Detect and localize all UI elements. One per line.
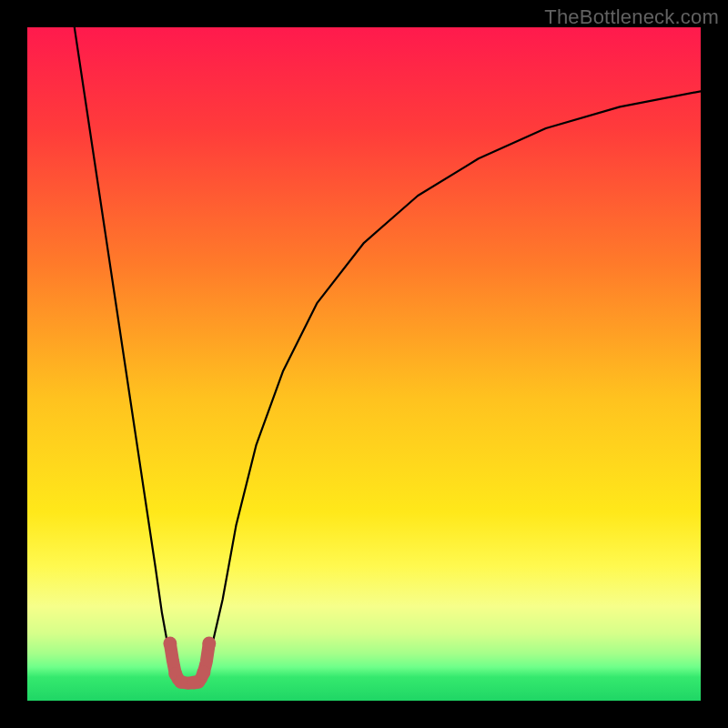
plot-area [27, 27, 701, 701]
svg-rect-0 [27, 27, 701, 701]
chart-svg [27, 27, 701, 701]
svg-point-7 [187, 676, 201, 690]
svg-point-6 [202, 637, 216, 651]
svg-point-5 [197, 665, 210, 679]
svg-point-3 [174, 675, 187, 689]
svg-point-1 [163, 637, 177, 651]
chart-frame: TheBottleneck.com [0, 0, 728, 728]
watermark-text: TheBottleneck.com [544, 5, 719, 29]
